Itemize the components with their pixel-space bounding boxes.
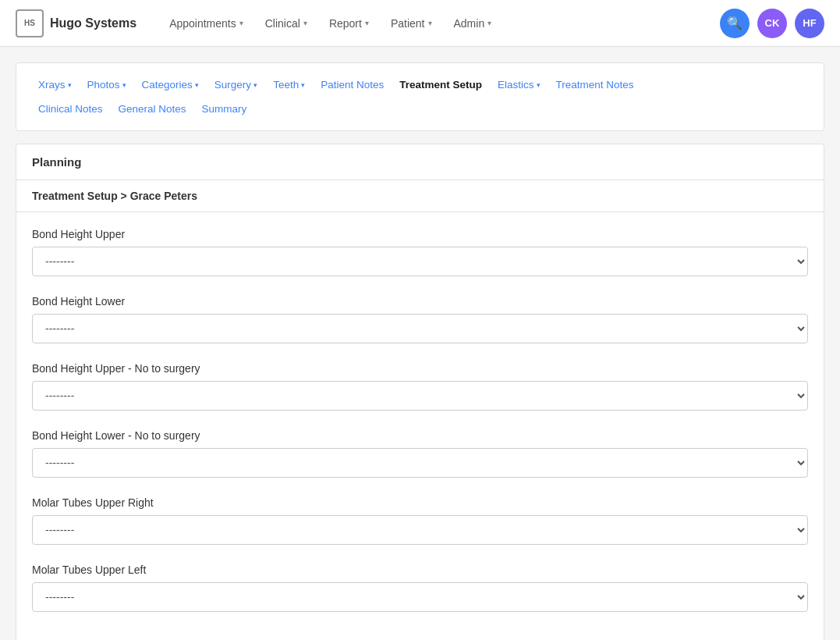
chevron-down-icon: ▾ [487,19,491,27]
planning-card: Planning Treatment Setup > Grace Peters … [16,144,824,640]
label-molar-tubes-upper-right: Molar Tubes Upper Right [32,496,808,509]
field-molar-tubes-upper-right: Molar Tubes Upper Right -------- [32,496,808,545]
nav-item-patient: Patient ▾ [381,11,441,36]
select-bond-height-lower[interactable]: -------- [32,314,808,343]
nav-link-clinical[interactable]: Clinical ▾ [256,11,317,36]
main-nav: Appointments ▾ Clinical ▾ Report ▾ Patie… [160,11,696,36]
field-bond-height-upper: Bond Height Upper -------- [32,228,808,276]
field-bond-height-lower: Bond Height Lower -------- [32,295,808,343]
chevron-down-icon: ▾ [303,19,307,27]
select-bond-height-upper[interactable]: -------- [32,247,808,276]
avatar-hf[interactable]: HF [795,9,824,38]
search-icon: 🔍 [727,16,743,30]
label-bond-height-upper-no-surgery: Bond Height Upper - No to surgery [32,362,808,375]
tab-teeth[interactable]: Teeth ▾ [267,76,311,94]
planning-subheader: Treatment Setup > Grace Peters [16,180,824,212]
label-bond-height-lower: Bond Height Lower [32,295,808,308]
select-molar-tubes-upper-left[interactable]: -------- [32,582,808,612]
tab-clinical-notes[interactable]: Clinical Notes [32,100,109,118]
navbar-actions: 🔍 CK HF [720,9,824,38]
nav-link-report[interactable]: Report ▾ [320,11,378,36]
nav-link-patient[interactable]: Patient ▾ [381,11,441,36]
chevron-down-icon: ▾ [68,81,72,89]
select-molar-tubes-upper-right[interactable]: -------- [32,515,808,545]
tab-elastics[interactable]: Elastics ▾ [491,76,547,94]
label-molar-tubes-upper-left: Molar Tubes Upper Left [32,564,808,576]
chevron-down-icon: ▾ [122,81,126,89]
planning-title: Planning [16,144,824,180]
field-bond-height-lower-no-surgery: Bond Height Lower - No to surgery ------… [32,429,808,478]
select-bond-height-lower-no-surgery[interactable]: -------- [32,448,808,478]
tab-categories[interactable]: Categories ▾ [136,76,205,94]
nav-link-admin[interactable]: Admin ▾ [445,11,502,36]
tab-photos[interactable]: Photos ▾ [81,76,133,94]
chevron-down-icon: ▾ [253,81,257,89]
tab-patient-notes[interactable]: Patient Notes [314,76,390,94]
avatar-ck[interactable]: CK [757,9,787,38]
tab-treatment-notes[interactable]: Treatment Notes [550,76,640,94]
label-bond-height-upper: Bond Height Upper [32,228,808,240]
nav-item-appointments: Appointments ▾ [160,11,253,36]
chevron-down-icon: ▾ [239,19,243,27]
chevron-down-icon: ▾ [195,81,199,89]
chevron-down-icon: ▾ [537,81,541,89]
brand-name: Hugo Systems [50,16,136,30]
nav-item-admin: Admin ▾ [445,11,502,36]
nav-item-report: Report ▾ [320,11,378,36]
tab-general-notes[interactable]: General Notes [112,100,193,118]
nav-link-appointments[interactable]: Appointments ▾ [160,11,253,36]
field-molar-tubes-upper-left: Molar Tubes Upper Left -------- [32,564,808,612]
nav-item-clinical: Clinical ▾ [256,11,317,36]
tabs-row-1: Xrays ▾ Photos ▾ Categories ▾ Surgery ▾ … [32,76,808,94]
brand-logo-link[interactable]: HS Hugo Systems [16,9,136,37]
main-content: Xrays ▾ Photos ▾ Categories ▾ Surgery ▾ … [0,47,840,640]
label-bond-height-lower-no-surgery: Bond Height Lower - No to surgery [32,429,808,442]
chevron-down-icon: ▾ [428,19,432,27]
planning-body: Bond Height Upper -------- Bond Height L… [16,212,824,640]
chevron-down-icon: ▾ [365,19,369,27]
select-bond-height-upper-no-surgery[interactable]: -------- [32,381,808,411]
tab-surgery[interactable]: Surgery ▾ [208,76,264,94]
tabs-card: Xrays ▾ Photos ▾ Categories ▾ Surgery ▾ … [16,62,824,131]
tab-xrays[interactable]: Xrays ▾ [32,76,78,94]
tab-summary[interactable]: Summary [196,100,253,118]
tab-treatment-setup[interactable]: Treatment Setup [393,76,488,94]
tabs-row-2: Clinical Notes General Notes Summary [32,100,808,118]
search-button[interactable]: 🔍 [720,9,750,38]
field-bond-height-upper-no-surgery: Bond Height Upper - No to surgery ------… [32,362,808,411]
brand-logo-icon: HS [16,9,44,37]
navbar: HS Hugo Systems Appointments ▾ Clinical … [0,0,840,47]
chevron-down-icon: ▾ [301,81,305,89]
